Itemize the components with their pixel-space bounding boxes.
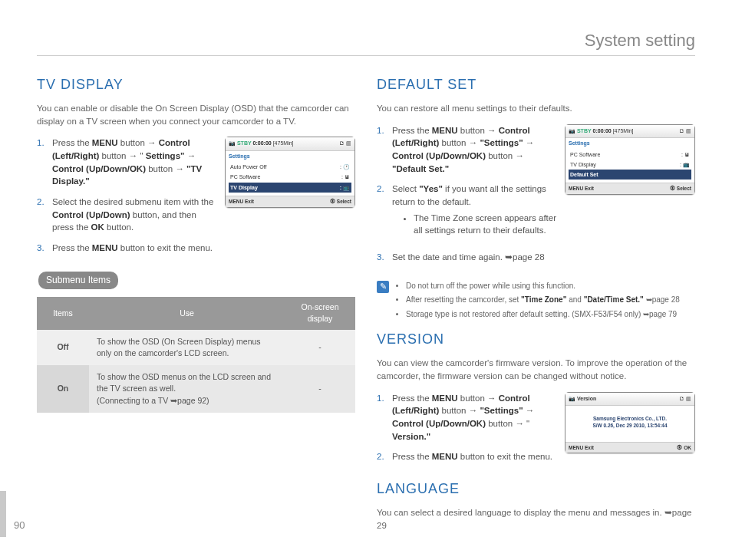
- step-num-1: 1.: [37, 137, 48, 188]
- version-intro: You can view the camcorder's firmware ve…: [377, 357, 695, 382]
- row-off-label: Off: [37, 330, 89, 365]
- language-heading: LANGUAGE: [377, 479, 695, 499]
- step-num-2: 2.: [37, 196, 48, 234]
- submenu-table: Items Use On-screen display Off To show …: [37, 297, 355, 413]
- page-side-tab: [0, 491, 6, 537]
- v-step-1: Press the MENU button → Control (Left/Ri…: [392, 392, 559, 443]
- ds-step-3: Set the date and time again. ➥page 28: [392, 251, 695, 264]
- ds-step-2: Select "Yes" if you want all the setting…: [392, 183, 559, 243]
- page-header: System setting: [37, 31, 695, 56]
- version-line-1: Samsung Electronics Co., LTD.: [569, 415, 691, 422]
- th-items: Items: [37, 297, 89, 329]
- ds-step-2-bullet: The Time Zone screen appears after all s…: [414, 212, 559, 237]
- v-num-2: 2.: [377, 450, 387, 463]
- version-heading: VERSION: [377, 329, 695, 349]
- step-num-3: 3.: [37, 242, 48, 255]
- row-on-osd: -: [285, 365, 355, 413]
- sc-time: 0:00:00: [253, 140, 272, 146]
- default-set-heading: DEFAULT SET: [377, 74, 695, 94]
- sc-settings-label: Settings: [229, 153, 351, 160]
- sc-row-3: TV Display: [230, 184, 258, 192]
- row-off-use: To show the OSD (On Screen Display) menu…: [89, 330, 285, 365]
- submenu-items-badge: Submenu Items: [38, 272, 118, 289]
- tv-display-screenshot: 📷 STBY 0:00:00 [475Min] 🗋 ▥ Settings Aut…: [225, 137, 355, 207]
- sc-stby: STBY: [237, 140, 252, 146]
- ds-num-3: 3.: [377, 251, 387, 264]
- tv-step-2: Select the desired submenu item with the…: [52, 196, 219, 234]
- row-off-osd: -: [285, 330, 355, 365]
- th-use: Use: [89, 297, 285, 329]
- page-number: 90: [14, 519, 25, 531]
- sc-row-2: PC Software: [230, 173, 260, 181]
- ds-num-1: 1.: [377, 124, 387, 176]
- row-on-label: On: [37, 365, 89, 413]
- default-set-screenshot: 📷 STBY 0:00:00 [475Min] 🗋 ▥ Settings PC …: [565, 124, 695, 195]
- sc-exit: MENU Exit: [229, 198, 254, 205]
- language-intro: You can select a desired language to dis…: [377, 506, 695, 532]
- sc-row-1: Auto Power Off: [230, 163, 266, 171]
- note-2: After resetting the camcorder, set "Time…: [406, 295, 680, 306]
- v-step-2: Press the MENU button to exit the menu.: [392, 450, 559, 463]
- ds-step-1: Press the MENU button → Control (Left/Ri…: [392, 124, 559, 176]
- v-num-1: 1.: [377, 392, 387, 443]
- table-row: Off To show the OSD (On Screen Display) …: [37, 330, 355, 365]
- version-line-2: S/W 0.26, Dec 29 2010, 13:54:44: [569, 422, 691, 429]
- left-column: TV DISPLAY You can enable or disable the…: [37, 70, 355, 542]
- note-3: Storage type is not restored after defau…: [406, 309, 680, 321]
- note-icon: ✎: [377, 281, 389, 293]
- tv-display-heading: TV DISPLAY: [37, 74, 355, 94]
- version-screenshot: 📷 Version 🗋 ▥ Samsung Electronics Co., L…: [565, 392, 695, 453]
- note-block: ✎ Do not turn off the power while using …: [377, 281, 695, 324]
- sc-min: [475Min]: [273, 140, 294, 146]
- table-row: On To show the OSD menus on the LCD scre…: [37, 365, 355, 413]
- tv-step-3: Press the MENU button to exit the menu.: [52, 242, 355, 255]
- note-1: Do not turn off the power while using th…: [406, 281, 680, 292]
- right-column: DEFAULT SET You can restore all menu set…: [377, 70, 695, 542]
- tv-step-1: Press the MENU button → Control (Left/Ri…: [52, 137, 219, 188]
- tv-display-intro: You can enable or disable the On Screen …: [37, 102, 355, 127]
- row-on-use: To show the OSD menus on the LCD screen …: [89, 365, 285, 413]
- default-set-intro: You can restore all menu settings to the…: [377, 102, 695, 115]
- sc-select: ⦿ Select: [330, 198, 351, 205]
- th-osd: On-screen display: [285, 297, 355, 329]
- ds-num-2: 2.: [377, 183, 387, 243]
